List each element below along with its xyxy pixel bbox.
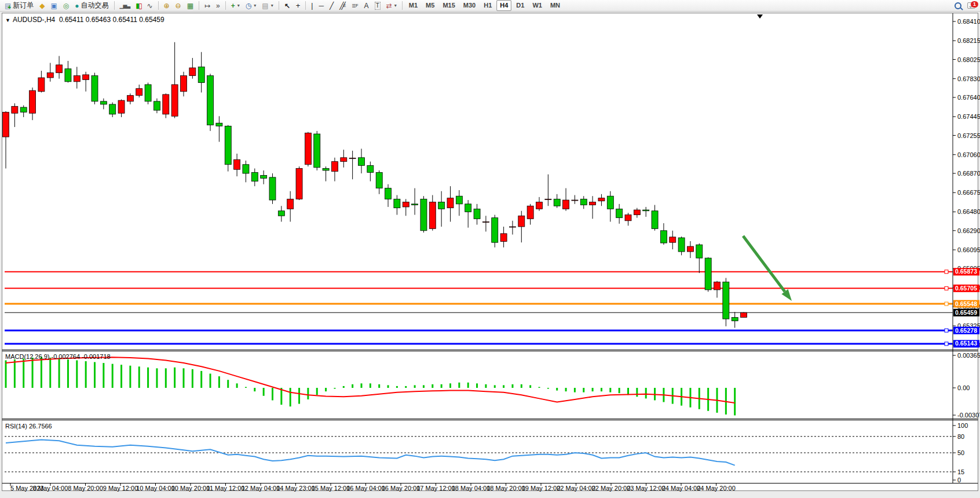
candle: [145, 85, 151, 101]
template-icon: ▤: [262, 2, 268, 9]
candle: [643, 210, 649, 211]
candle: [189, 68, 196, 76]
vertical-line-button[interactable]: |: [309, 0, 315, 11]
templates-button[interactable]: ▤▾: [259, 0, 275, 11]
candle: [527, 206, 533, 219]
auto-scroll-button[interactable]: ↦: [202, 0, 213, 11]
zoom-in-button[interactable]: ⊕: [162, 0, 172, 11]
autotrading-button[interactable]: ●自动交易: [72, 0, 111, 11]
candle: [261, 175, 267, 178]
hline-handle[interactable]: [945, 342, 948, 346]
styler-icon: ◆: [39, 2, 45, 9]
svg-text:22 May 04:00: 22 May 04:00: [557, 485, 595, 492]
candle: [287, 199, 294, 209]
bar-chart-button[interactable]: ▁▅▃: [118, 0, 133, 11]
zoom-in-icon: ⊕: [164, 2, 170, 9]
tf-h1[interactable]: H1: [480, 0, 495, 11]
zoom-out-button[interactable]: ⊖: [173, 0, 184, 11]
tf-d1[interactable]: D1: [513, 0, 528, 11]
tf-m30[interactable]: M30: [460, 0, 479, 11]
styler-button[interactable]: ◆: [37, 0, 47, 11]
search-button[interactable]: [952, 0, 964, 11]
svg-text:22 May 20:00: 22 May 20:00: [592, 485, 631, 492]
candle: [625, 215, 631, 221]
channel-button[interactable]: ╱╱E: [337, 0, 348, 11]
candle: [474, 209, 480, 219]
candle: [118, 100, 125, 113]
hline-handle[interactable]: [945, 286, 948, 290]
label-button[interactable]: T: [372, 0, 383, 11]
line-chart-icon: ∿: [147, 2, 152, 9]
trendline-button[interactable]: ╱: [327, 0, 336, 11]
candle: [74, 76, 80, 82]
svg-text:0.67060: 0.67060: [957, 151, 980, 158]
price-tag-resistance-2: 0.65705: [955, 285, 977, 292]
candle: [714, 282, 721, 290]
fibonacci-icon: ≡F: [352, 2, 358, 9]
toolbar-separator: [114, 1, 115, 10]
candle: [251, 172, 258, 181]
text-button[interactable]: A: [362, 0, 371, 11]
candle: [243, 165, 249, 173]
vline-icon: |: [311, 2, 313, 9]
doc-plus-icon: ▤+: [5, 1, 11, 10]
hline-handle[interactable]: [945, 270, 948, 274]
hline-handle[interactable]: [945, 329, 948, 332]
candle: [65, 69, 71, 82]
tf-m15[interactable]: M15: [439, 0, 458, 11]
toolbar-button-label: 新订单: [13, 1, 34, 10]
tf-w1[interactable]: W1: [529, 0, 546, 11]
toolbar-button-label: MN: [550, 2, 560, 9]
crosshair-button[interactable]: +: [294, 0, 303, 11]
svg-text:24 May 20:00: 24 May 20:00: [697, 485, 736, 492]
indicators-icon: +: [231, 2, 235, 9]
candle: [109, 104, 116, 114]
tf-m1[interactable]: M1: [405, 0, 421, 11]
text-icon: A: [364, 2, 369, 9]
line-chart-button[interactable]: ∿: [144, 0, 155, 11]
toolbar-button-label: M5: [426, 2, 434, 9]
chevron-down-icon: ▾: [237, 3, 240, 8]
svg-text:0.68215: 0.68215: [957, 37, 980, 44]
signals-button[interactable]: ◎: [61, 0, 71, 11]
horizontal-line-button[interactable]: ─: [316, 0, 326, 11]
arrows-button[interactable]: ⇄▾: [384, 0, 399, 11]
notification-badge: 1: [971, 1, 978, 8]
hline-icon: ─: [319, 2, 324, 9]
candlestick-chart-button[interactable]: ▮▯: [133, 0, 143, 11]
svg-text:9 May 12:00: 9 May 12:00: [103, 485, 138, 492]
svg-text:0.66675: 0.66675: [957, 189, 980, 196]
charts-window-button[interactable]: ▣: [48, 0, 59, 11]
magnifier-icon: [955, 2, 961, 9]
candle: [341, 158, 347, 162]
candle: [456, 196, 462, 204]
candle: [127, 96, 133, 101]
tile-windows-button[interactable]: ▦: [185, 0, 196, 11]
chart-shift-button[interactable]: »: [214, 0, 222, 11]
svg-text:0.67445: 0.67445: [957, 113, 980, 120]
notifications-button[interactable]: 1: [965, 0, 978, 11]
candle: [225, 126, 231, 164]
chart-collapse-icon[interactable]: ▼: [5, 17, 10, 23]
candle: [136, 89, 142, 96]
candle: [518, 216, 525, 227]
chevron-down-icon: ▾: [394, 3, 397, 8]
indicators-button[interactable]: +▾: [229, 0, 242, 11]
new-order-button[interactable]: ▤+新订单: [2, 0, 36, 11]
candle: [305, 133, 311, 164]
label-icon: T: [375, 2, 381, 10]
svg-text:0.66095: 0.66095: [957, 246, 980, 253]
candle: [314, 134, 320, 168]
toolbar-separator: [158, 1, 159, 10]
hline-handle[interactable]: [945, 302, 948, 306]
tf-m5[interactable]: M5: [422, 0, 438, 11]
fibonacci-button[interactable]: ≡F: [349, 0, 360, 11]
candle: [385, 188, 392, 199]
cursor-button[interactable]: ↖: [282, 0, 292, 11]
periods-button[interactable]: ◷▾: [243, 0, 259, 11]
tile-windows-icon: ▦: [187, 2, 193, 9]
radar-icon: ◎: [63, 2, 69, 9]
tf-h4[interactable]: H4: [496, 0, 511, 11]
svg-text:0: 0: [957, 477, 961, 484]
tf-mn[interactable]: MN: [547, 0, 564, 11]
